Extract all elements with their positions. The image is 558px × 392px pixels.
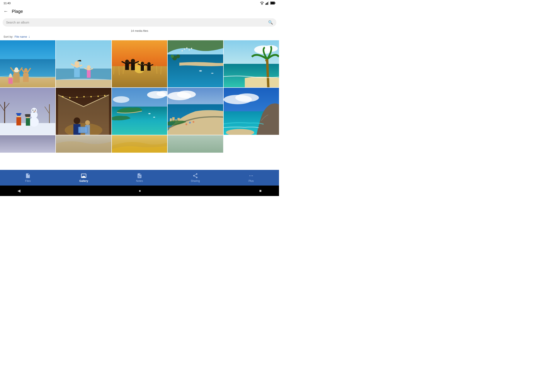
- svg-rect-28: [56, 80, 111, 87]
- photo-item-5[interactable]: [224, 40, 279, 87]
- search-bar[interactable]: Search an album 🔍: [3, 18, 276, 26]
- svg-point-49: [140, 62, 144, 65]
- system-recent-button[interactable]: ■: [259, 189, 262, 193]
- photo-bg-2: [56, 40, 111, 87]
- svg-point-69: [176, 54, 180, 58]
- photo-bg-10: [224, 88, 279, 135]
- system-back-button[interactable]: ◀: [17, 188, 20, 193]
- sort-bar: Sort by: File name ↓: [0, 34, 279, 40]
- battery-icon: [270, 1, 276, 5]
- photo-item-6[interactable]: [0, 88, 55, 135]
- svg-point-105: [97, 96, 99, 97]
- files-icon: [25, 173, 31, 179]
- svg-point-142: [251, 175, 251, 176]
- svg-rect-11: [13, 75, 20, 83]
- svg-rect-113: [79, 127, 87, 133]
- photo-item-1[interactable]: [0, 40, 55, 87]
- photo-bg-6: [0, 88, 55, 135]
- photo-item-10[interactable]: [224, 88, 279, 135]
- photo-grid-row1: [0, 40, 279, 88]
- svg-point-104: [90, 96, 92, 97]
- svg-rect-96: [26, 118, 30, 126]
- bottom-nav: Files Gallery Notes Sharing Plus: [0, 170, 279, 186]
- nav-item-notes[interactable]: Notes: [112, 173, 167, 182]
- svg-point-129: [185, 123, 187, 125]
- svg-rect-27: [56, 68, 111, 80]
- header: ← Plage: [0, 6, 279, 17]
- photo-bg-14: [168, 135, 223, 153]
- photo-bg-1: [0, 40, 55, 87]
- system-home-button[interactable]: ●: [139, 189, 141, 193]
- notes-icon: [137, 173, 142, 179]
- status-time: 11:43: [3, 1, 11, 5]
- svg-point-119: [148, 113, 151, 114]
- back-button[interactable]: ←: [3, 9, 8, 14]
- wifi-icon: [260, 1, 264, 5]
- svg-point-70: [171, 55, 174, 58]
- nav-item-plus[interactable]: Plus: [223, 173, 279, 182]
- sharing-icon: [192, 173, 198, 179]
- photo-item-3[interactable]: [112, 40, 167, 87]
- svg-point-103: [84, 96, 85, 97]
- photo-grid-row3: [0, 135, 279, 153]
- svg-point-90: [35, 110, 36, 111]
- svg-rect-137: [0, 135, 55, 153]
- svg-point-89: [33, 110, 33, 111]
- svg-rect-67: [182, 50, 183, 51]
- svg-rect-54: [147, 66, 151, 71]
- svg-point-88: [31, 108, 37, 113]
- photo-item-11[interactable]: [0, 135, 55, 153]
- svg-point-33: [87, 65, 91, 69]
- sort-arrow-icon[interactable]: ↓: [28, 35, 30, 39]
- search-bar-container: Search an album 🔍: [0, 17, 279, 28]
- sort-label: Sort by:: [3, 35, 13, 38]
- photo-item-13[interactable]: [112, 135, 167, 153]
- nav-label-files: Files: [25, 179, 31, 182]
- svg-point-19: [24, 68, 27, 72]
- svg-rect-1: [266, 3, 267, 5]
- svg-point-141: [249, 175, 250, 176]
- photo-bg-5: [224, 40, 279, 87]
- page-title: Plage: [12, 9, 23, 14]
- svg-rect-6: [271, 2, 274, 4]
- photo-item-2[interactable]: [56, 40, 111, 87]
- system-nav: ◀ ● ■: [0, 186, 279, 196]
- svg-point-120: [153, 117, 155, 118]
- gallery-icon: [81, 173, 87, 179]
- nav-label-notes: Notes: [136, 179, 143, 182]
- photo-item-9[interactable]: [168, 88, 223, 135]
- status-icons: [260, 1, 276, 5]
- photo-item-4[interactable]: [168, 40, 223, 87]
- photo-item-7[interactable]: [56, 88, 111, 135]
- svg-point-102: [76, 96, 78, 98]
- svg-rect-92: [16, 117, 21, 125]
- svg-rect-2: [267, 2, 268, 5]
- svg-rect-66: [191, 48, 192, 49]
- nav-item-files[interactable]: Files: [0, 173, 56, 182]
- photo-item-14[interactable]: [168, 135, 223, 153]
- photo-bg-7: [56, 88, 111, 135]
- svg-rect-140: [168, 135, 223, 153]
- svg-rect-34: [87, 69, 91, 78]
- svg-rect-30: [74, 67, 80, 77]
- status-bar: 11:43: [0, 0, 279, 6]
- nav-item-sharing[interactable]: Sharing: [167, 173, 223, 182]
- svg-point-143: [252, 175, 253, 176]
- svg-rect-17: [23, 75, 29, 82]
- photo-item-15: [224, 135, 279, 153]
- photo-item-8[interactable]: [112, 88, 167, 135]
- svg-point-108: [74, 117, 80, 124]
- photo-bg-9: [168, 88, 223, 135]
- svg-rect-64: [186, 47, 187, 49]
- svg-point-106: [104, 95, 105, 96]
- nav-label-gallery: Gallery: [79, 179, 88, 182]
- sort-value[interactable]: File name: [15, 35, 27, 38]
- photo-bg-12: [56, 135, 111, 153]
- media-count: 14 media files: [0, 28, 279, 34]
- svg-point-134: [235, 94, 259, 102]
- plus-icon: [248, 173, 254, 179]
- search-icon[interactable]: 🔍: [268, 20, 273, 25]
- svg-point-131: [192, 121, 194, 123]
- photo-item-12[interactable]: [56, 135, 111, 153]
- nav-item-gallery[interactable]: Gallery: [56, 173, 112, 182]
